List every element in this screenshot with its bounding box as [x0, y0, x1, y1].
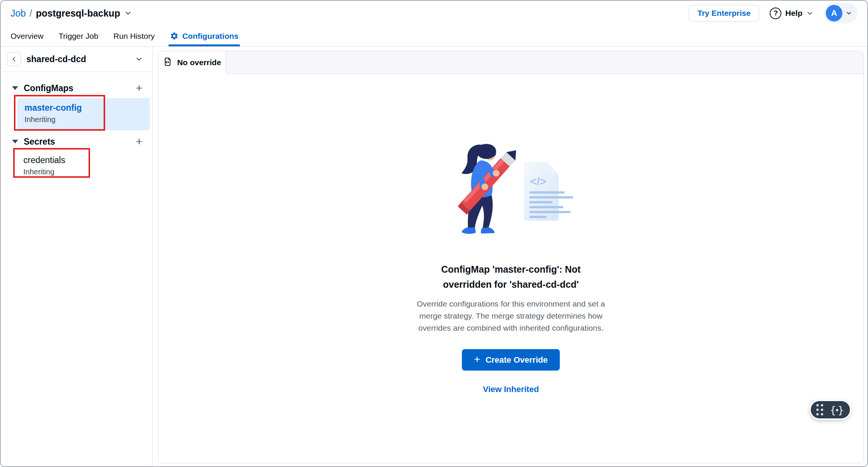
tab-trigger-job[interactable]: Trigger Job [59, 26, 98, 46]
add-configmap-button[interactable]: + [136, 82, 142, 94]
section-secrets-title: Secrets [24, 137, 136, 147]
help-menu[interactable]: ? Help [770, 8, 813, 19]
tab-run-history-label: Run History [113, 32, 155, 41]
woman-figure [458, 144, 516, 234]
active-tab-underline [168, 44, 240, 46]
tab-no-override-label: No override [177, 58, 221, 67]
plus-icon: + [474, 354, 480, 365]
chevron-down-icon [845, 10, 852, 17]
gear-icon [170, 32, 179, 40]
chevron-down-icon [806, 10, 813, 17]
environment-name: shared-cd-dcd [26, 54, 130, 64]
code-document: </> [524, 162, 573, 221]
secret-status: Inheriting [23, 168, 143, 176]
body: shared-cd-dcd ConfigMaps + master-config… [1, 47, 867, 466]
tab-configurations-label: Configurations [182, 32, 238, 41]
brace-open: { [830, 404, 836, 416]
empty-state-illustration: </> [449, 139, 573, 238]
configuration-panel: No override [158, 51, 864, 463]
tab-overview[interactable]: Overview [11, 26, 44, 46]
app-window: Job / postgresql-backup Try Enterprise ?… [0, 0, 868, 467]
chevron-down-icon[interactable] [135, 55, 143, 63]
empty-state-description: Override configurations for this environ… [417, 298, 605, 334]
environment-selector: shared-cd-dcd [7, 52, 143, 66]
breadcrumb-separator: / [29, 8, 32, 19]
help-label: Help [785, 9, 802, 18]
config-sidebar: shared-cd-dcd ConfigMaps + master-config… [1, 47, 153, 466]
header: Job / postgresql-backup Try Enterprise ?… [1, 1, 867, 26]
back-button[interactable] [7, 52, 21, 66]
tab-no-override[interactable]: No override [158, 51, 226, 74]
configmap-status: Inheriting [24, 115, 150, 124]
view-inherited-link[interactable]: View Inherited [483, 385, 539, 394]
caret-down-icon[interactable] [12, 86, 18, 90]
chevron-down-icon[interactable] [124, 9, 132, 17]
user-menu[interactable]: A [824, 3, 857, 23]
drag-handle-icon[interactable] [816, 404, 823, 415]
tab-run-history[interactable]: Run History [113, 26, 155, 46]
section-configmaps-title: ConfigMaps [24, 83, 136, 93]
create-override-label: Create Override [486, 355, 548, 365]
empty-state-title: ConfigMap 'master-config': Not overridde… [419, 262, 603, 292]
tabbar-empty-strip [226, 51, 863, 74]
avatar: A [826, 5, 842, 21]
add-secret-button[interactable]: + [136, 136, 142, 147]
tab-configurations[interactable]: Configurations [170, 26, 238, 46]
tab-overview-label: Overview [11, 32, 44, 41]
job-nav-tabs: Overview Trigger Job Run History Configu… [1, 26, 867, 47]
file-code-icon [163, 57, 173, 69]
try-enterprise-button[interactable]: Try Enterprise [689, 5, 759, 21]
override-tabbar: No override [158, 51, 863, 74]
brace-close: } [838, 404, 844, 416]
code-braces-icon[interactable]: { } [830, 404, 844, 416]
question-circle-icon: ? [770, 8, 781, 19]
caret-down-icon[interactable] [12, 140, 18, 143]
main-area: No override [153, 47, 867, 466]
svg-text:</>: </> [530, 175, 546, 188]
empty-state: </> [158, 74, 863, 463]
sidebar-divider [1, 72, 152, 72]
section-secrets: Secrets + [1, 134, 152, 149]
sidebar-item-master-config[interactable]: master-config Inheriting [17, 98, 150, 130]
section-configmaps: ConfigMaps + [1, 81, 152, 95]
create-override-button[interactable]: + Create Override [462, 349, 559, 371]
floating-widget: { } [809, 400, 851, 420]
breadcrumb-job-name[interactable]: postgresql-backup [36, 8, 120, 19]
tab-trigger-job-label: Trigger Job [59, 32, 98, 41]
sidebar-item-credentials[interactable]: credentials Inheriting [15, 151, 143, 182]
secret-name: credentials [23, 155, 143, 165]
configmap-name: master-config [24, 103, 150, 113]
breadcrumb: Job / postgresql-backup [11, 8, 132, 19]
breadcrumb-job-link[interactable]: Job [11, 8, 26, 19]
header-actions: Try Enterprise ? Help A [689, 3, 857, 23]
